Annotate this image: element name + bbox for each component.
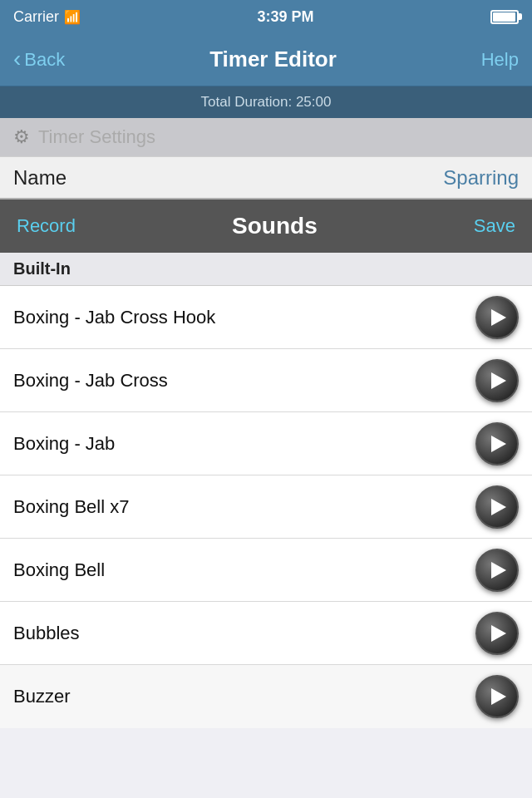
name-row: Name Sparring: [0, 156, 532, 200]
sounds-toolbar: Record Sounds Save: [0, 200, 532, 253]
back-button[interactable]: ‹ Back: [13, 49, 65, 71]
list-item: Buzzer: [0, 665, 532, 728]
duration-bar: Total Duration: 25:00: [0, 86, 532, 118]
status-bar: Carrier 📶 3:39 PM: [0, 0, 532, 33]
list-item: Boxing Bell: [0, 539, 532, 602]
item-label: Bubbles: [13, 623, 80, 644]
nav-bar: ‹ Back Timer Editor Help: [0, 33, 532, 86]
name-field-label: Name: [13, 166, 66, 190]
play-button[interactable]: [475, 549, 519, 592]
sounds-title: Sounds: [232, 213, 318, 239]
item-label: Buzzer: [13, 686, 70, 707]
status-time: 3:39 PM: [257, 8, 313, 26]
carrier-wifi: Carrier 📶: [13, 8, 81, 26]
play-button[interactable]: [475, 485, 519, 529]
battery-icon: [490, 10, 519, 24]
save-button[interactable]: Save: [474, 215, 515, 237]
nav-title: Timer Editor: [209, 47, 337, 72]
play-button[interactable]: [475, 359, 519, 402]
timer-settings-row[interactable]: ⚙ Timer Settings: [0, 118, 532, 156]
play-button[interactable]: [475, 422, 519, 466]
item-label: Boxing - Jab: [13, 433, 115, 455]
play-button[interactable]: [475, 612, 519, 655]
play-button[interactable]: [475, 675, 519, 718]
list-item: Bubbles: [0, 602, 532, 665]
chevron-left-icon: ‹: [13, 47, 21, 71]
name-field-value[interactable]: Sparring: [443, 166, 519, 190]
play-button[interactable]: [475, 296, 519, 339]
item-label: Boxing - Jab Cross Hook: [13, 307, 215, 328]
help-button[interactable]: Help: [481, 49, 519, 71]
list-section-header: Built-In: [0, 253, 532, 286]
item-label: Boxing - Jab Cross: [13, 370, 168, 392]
list-item: Boxing Bell x7: [0, 475, 532, 539]
record-button[interactable]: Record: [17, 215, 76, 237]
list-item: Boxing - Jab Cross: [0, 349, 532, 412]
duration-label: Total Duration: 25:00: [201, 94, 332, 111]
carrier-label: Carrier: [13, 8, 59, 26]
timer-settings-label: Timer Settings: [38, 126, 155, 148]
wifi-icon: 📶: [64, 9, 81, 25]
list-item: Boxing - Jab: [0, 412, 532, 475]
sounds-list: Built-In Boxing - Jab Cross Hook Boxing …: [0, 253, 532, 728]
battery-indicator: [490, 10, 519, 24]
list-item: Boxing - Jab Cross Hook: [0, 286, 532, 349]
item-label: Boxing Bell: [13, 559, 105, 581]
gear-icon: ⚙: [13, 126, 30, 148]
back-label: Back: [24, 49, 65, 71]
item-label: Boxing Bell x7: [13, 496, 129, 518]
